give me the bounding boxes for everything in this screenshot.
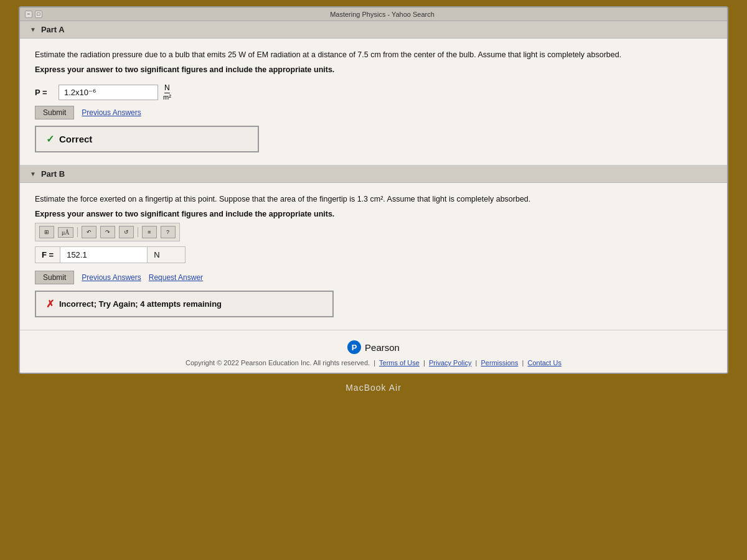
part-a-unit: N m² (163, 83, 171, 101)
part-a-header[interactable]: ▼ Part A (20, 21, 727, 39)
toolbar-redo-btn[interactable]: ↷ (100, 226, 115, 238)
part-a-answer-label: P = (35, 88, 54, 97)
top-bar: − □ Mastering Physics - Yahoo Search (20, 7, 727, 21)
pearson-brand: Pearson (365, 342, 400, 353)
footer-links: Copyright © 2022 Pearson Education Inc. … (20, 359, 727, 366)
part-b-answer-row: F = N (35, 246, 186, 263)
footer-area: P Pearson Copyright © 2022 Pearson Educa… (20, 330, 727, 373)
part-a-correct-check: ✓ (46, 133, 54, 145)
footer-privacy-link[interactable]: Privacy Policy (429, 359, 471, 366)
part-a-submit-button[interactable]: Submit (35, 106, 74, 119)
part-b-action-row: Submit Previous Answers Request Answer (35, 271, 712, 284)
macbook-label: MacBook Air (345, 383, 402, 393)
part-b-incorrect-x: ✗ (46, 298, 54, 310)
toolbar-help-btn[interactable]: ? (161, 226, 176, 238)
window-title: Mastering Physics - Yahoo Search (42, 11, 722, 18)
part-a-content: Estimate the radiation pressure due to a… (20, 39, 727, 165)
toolbar-sep2 (138, 227, 138, 237)
part-b-unit: N (148, 247, 185, 263)
part-a-question1: Estimate the radiation pressure due to a… (35, 49, 712, 61)
part-b-header[interactable]: ▼ Part B (20, 166, 727, 183)
toolbar-refresh-btn[interactable]: ↺ (119, 226, 134, 238)
part-a-answer-row: P = N m² (35, 83, 712, 101)
part-a-label: Part A (41, 25, 65, 34)
minimize-btn[interactable]: − (25, 11, 32, 18)
part-b-question1: Estimate the force exerted on a fingerti… (35, 193, 712, 205)
part-b-incorrect-label: Incorrect; Try Again; 4 attempts remaini… (59, 299, 222, 309)
footer-contact-link[interactable]: Contact Us (528, 359, 561, 366)
part-a-answer-input[interactable] (59, 85, 158, 100)
part-a-arrow: ▼ (30, 26, 36, 33)
part-a-previous-answers-link[interactable]: Previous Answers (82, 108, 141, 117)
toolbar-undo-btn[interactable]: ↶ (82, 226, 96, 238)
part-b-previous-answers-link[interactable]: Previous Answers (82, 273, 141, 282)
part-a-correct-box: ✓ Correct (35, 126, 259, 152)
pearson-icon: P (347, 340, 361, 354)
part-b-incorrect-box: ✗ Incorrect; Try Again; 4 attempts remai… (35, 291, 334, 317)
part-b-question2: Express your answer to two significant f… (35, 208, 712, 220)
part-b-arrow: ▼ (30, 170, 36, 177)
part-a-unit-denominator: m² (163, 93, 171, 101)
part-b-request-answer-link[interactable]: Request Answer (149, 273, 203, 282)
toolbar-grid-btn[interactable]: ⊞ (39, 226, 54, 238)
part-b-label: Part B (41, 169, 65, 179)
maximize-btn[interactable]: □ (35, 11, 42, 18)
math-toolbar: ⊞ μÅ ↶ ↷ ↺ ≡ ? (35, 223, 180, 241)
footer-permissions-link[interactable]: Permissions (481, 359, 519, 366)
part-b-section: ▼ Part B Estimate the force exerted on a… (20, 166, 727, 330)
pearson-logo: P Pearson (20, 340, 727, 354)
part-b-submit-button[interactable]: Submit (35, 271, 74, 284)
part-a-unit-numerator: N (164, 83, 170, 93)
content-area: ▼ Part A Estimate the radiation pressure… (20, 21, 727, 373)
main-screen: − □ Mastering Physics - Yahoo Search ▼ P… (19, 6, 728, 374)
part-b-answer-label: F = (35, 247, 60, 263)
part-b-answer-input[interactable] (60, 247, 148, 263)
footer-terms-link[interactable]: Terms of Use (379, 359, 420, 366)
toolbar-mu-btn[interactable]: μÅ (58, 227, 73, 238)
part-a-question2: Express your answer to two significant f… (35, 63, 712, 76)
part-b-content: Estimate the force exerted on a fingerti… (20, 183, 727, 330)
footer-copyright: Copyright © 2022 Pearson Education Inc. … (186, 359, 370, 366)
toolbar-sep1 (77, 227, 78, 237)
toolbar-eq-btn[interactable]: ≡ (142, 226, 157, 238)
window-controls: − □ (25, 11, 42, 18)
part-a-correct-label: Correct (59, 134, 92, 144)
part-a-action-row: Submit Previous Answers (35, 106, 712, 119)
part-a-section: ▼ Part A Estimate the radiation pressure… (20, 21, 727, 166)
